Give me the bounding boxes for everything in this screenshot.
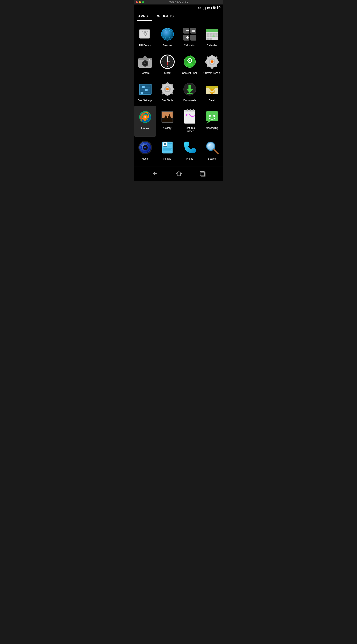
custom-locale-label: Custom Locale (203, 72, 220, 75)
svg-point-157 (207, 143, 214, 150)
app-clock[interactable]: Clock (156, 51, 178, 78)
apps-grid: API Demos (134, 21, 223, 166)
svg-rect-31 (210, 33, 212, 34)
svg-rect-37 (216, 36, 218, 37)
firefox-icon (138, 109, 153, 124)
app-downloads[interactable]: Downloads (178, 78, 201, 106)
clock-icon (160, 54, 175, 70)
app-browser[interactable]: Browser (156, 23, 178, 51)
svg-point-91 (140, 92, 143, 94)
api-demos-icon (138, 26, 153, 42)
app-dev-tools[interactable]: Dev Tools (156, 78, 178, 106)
phone-icon (182, 140, 198, 155)
firefox-label: Firefox (141, 127, 149, 130)
camera-label: Camera (140, 72, 150, 75)
phone-label: Phone (186, 157, 193, 161)
svg-point-83 (211, 61, 213, 62)
svg-rect-3 (142, 31, 143, 32)
email-icon (204, 82, 220, 97)
device-frame: 5554:N5-Emulator 3G 8:19 APPS WIDGETS (134, 0, 223, 181)
downloads-icon (182, 82, 198, 97)
svg-rect-112 (206, 86, 218, 88)
svg-rect-152 (163, 149, 171, 150)
calendar-label: Calendar (207, 44, 217, 47)
svg-rect-39 (210, 38, 212, 40)
status-bar: 3G 8:19 (134, 4, 223, 12)
svg-point-137 (213, 115, 215, 117)
app-calendar[interactable]: Calendar (201, 23, 223, 51)
app-api-demos[interactable]: API Demos (134, 23, 156, 51)
svg-marker-42 (143, 56, 147, 58)
dev-tools-icon (160, 82, 175, 97)
tabs-bar: APPS WIDGETS (134, 12, 223, 21)
app-camera[interactable]: Camera (134, 51, 156, 78)
app-music[interactable]: Music (134, 136, 156, 164)
svg-rect-35 (210, 36, 212, 37)
svg-point-144 (144, 147, 146, 148)
battery-icon (207, 7, 212, 9)
svg-rect-30 (206, 33, 209, 34)
svg-rect-32 (212, 33, 214, 34)
svg-point-64 (189, 60, 190, 61)
email-label: Email (209, 99, 215, 102)
svg-rect-153 (163, 150, 172, 151)
svg-line-158 (214, 150, 218, 154)
tab-apps[interactable]: APPS (137, 12, 152, 21)
clock-label: Clock (164, 72, 170, 75)
app-firefox[interactable]: Firefox (134, 106, 156, 136)
music-label: Music (142, 157, 148, 161)
recents-button[interactable] (199, 171, 206, 176)
app-phone[interactable]: Phone (178, 136, 201, 164)
app-gallery[interactable]: Gallery (156, 106, 178, 136)
minimize-button[interactable] (139, 1, 141, 4)
title-bar: 5554:N5-Emulator (134, 0, 223, 4)
svg-rect-4 (147, 31, 148, 32)
app-custom-locale[interactable]: Custom Locale (201, 51, 223, 78)
svg-rect-21 (190, 35, 196, 40)
svg-rect-26 (187, 36, 188, 39)
svg-rect-19 (190, 28, 196, 34)
tab-widgets[interactable]: WIDGETS (156, 12, 178, 21)
app-dev-settings[interactable]: Dev Settings (134, 78, 156, 106)
home-button[interactable] (176, 171, 182, 176)
app-search[interactable]: Search (201, 136, 223, 164)
app-people[interactable]: Lorem ipsum People (156, 136, 178, 164)
svg-rect-7 (145, 32, 146, 33)
people-label: People (164, 157, 171, 161)
app-content-shell[interactable]: Content Shell (178, 51, 201, 78)
svg-point-133 (186, 114, 187, 116)
browser-label: Browser (162, 44, 172, 47)
close-button[interactable] (136, 1, 138, 4)
svg-point-6 (144, 33, 146, 35)
content-shell-label: Content Shell (182, 72, 197, 75)
messaging-label: Messaging (206, 126, 218, 130)
title-text: 5554:N5-Emulator (169, 1, 188, 4)
app-email[interactable]: Email (201, 78, 223, 106)
gallery-label: Gallery (163, 126, 171, 130)
content-shell-icon (182, 54, 198, 70)
svg-point-87 (142, 86, 145, 88)
svg-rect-8 (145, 35, 146, 36)
app-gestures-builder[interactable]: Gestures Builder (178, 106, 201, 136)
dev-tools-label: Dev Tools (162, 99, 173, 102)
svg-rect-24 (192, 32, 195, 32)
svg-rect-38 (206, 38, 209, 40)
svg-rect-151 (163, 148, 172, 148)
signal-bars (203, 6, 206, 10)
svg-point-89 (145, 89, 148, 91)
browser-icon (160, 26, 175, 42)
svg-rect-150 (168, 146, 171, 146)
app-messaging[interactable]: Messaging (201, 106, 223, 136)
maximize-button[interactable] (142, 1, 144, 4)
svg-marker-135 (206, 121, 211, 124)
svg-point-66 (187, 56, 188, 57)
back-button[interactable] (151, 171, 158, 176)
downloads-label: Downloads (184, 99, 196, 102)
svg-rect-127 (162, 120, 172, 122)
app-calculator[interactable]: Calculator (178, 23, 201, 51)
svg-rect-10 (146, 34, 147, 34)
svg-rect-29 (206, 31, 218, 32)
calculator-icon (182, 26, 198, 42)
messaging-icon (204, 109, 220, 124)
svg-rect-9 (143, 34, 144, 34)
